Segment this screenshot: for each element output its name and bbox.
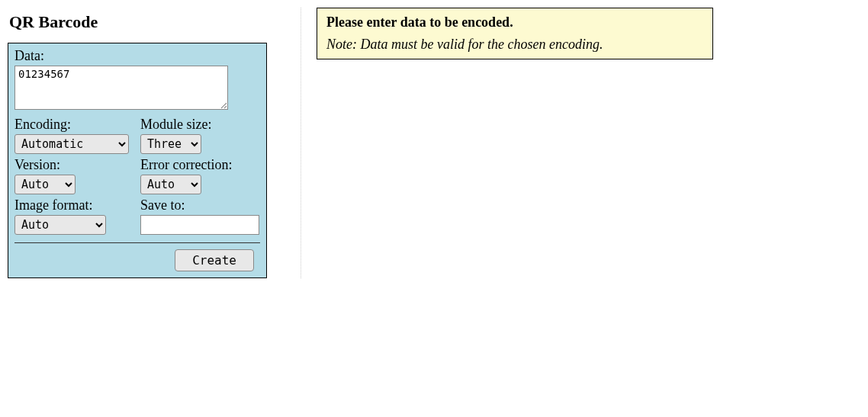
error-correction-select[interactable]: Auto: [140, 175, 201, 194]
module-size-label: Module size:: [140, 117, 260, 133]
message-title: Please enter data to be encoded.: [326, 14, 703, 30]
version-label: Version:: [14, 157, 134, 173]
encoding-label: Encoding:: [14, 117, 134, 133]
page-title: QR Barcode: [9, 12, 285, 32]
message-note: Note: Data must be valid for the chosen …: [326, 37, 703, 53]
version-select[interactable]: Auto: [14, 175, 76, 194]
data-input[interactable]: [14, 66, 228, 110]
image-format-select[interactable]: Auto: [14, 215, 106, 235]
message-box: Please enter data to be encoded. Note: D…: [317, 8, 713, 59]
create-button[interactable]: Create: [175, 249, 254, 271]
error-correction-label: Error correction:: [140, 157, 260, 173]
encoding-select[interactable]: Automatic: [14, 134, 129, 154]
save-to-label: Save to:: [140, 197, 260, 213]
save-to-input[interactable]: [140, 215, 259, 235]
image-format-label: Image format:: [14, 197, 134, 213]
qr-form-panel: Data: Encoding: Automatic Module size: T…: [8, 43, 267, 278]
data-label: Data:: [14, 48, 260, 64]
module-size-select[interactable]: Three: [140, 134, 201, 154]
divider: [14, 242, 260, 243]
